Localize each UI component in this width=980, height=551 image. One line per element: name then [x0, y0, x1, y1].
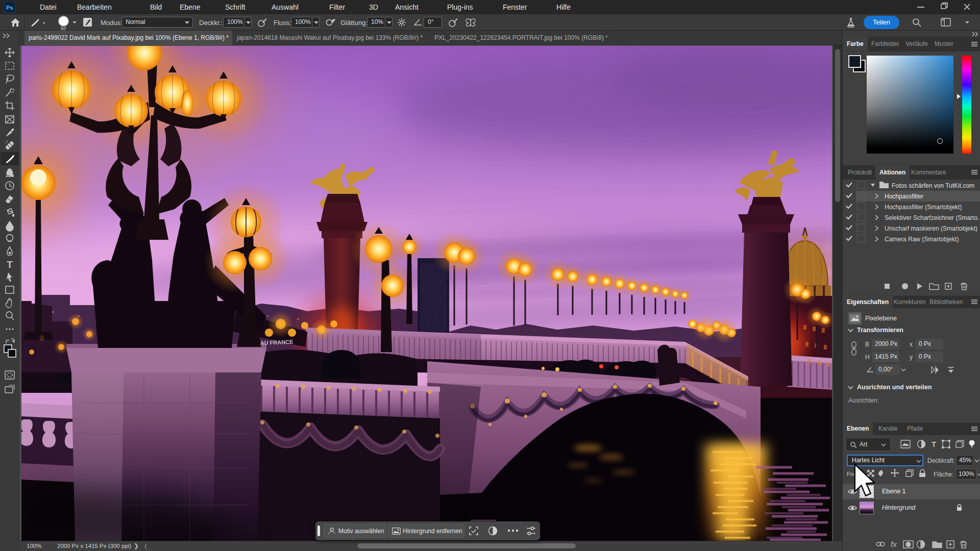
svg-text:AU FRANCE: AU FRANCE	[260, 339, 293, 346]
svg-text:T: T	[7, 259, 13, 270]
svg-text:fx: fx	[891, 540, 897, 548]
svg-text:Ps: Ps	[6, 5, 13, 11]
svg-text:T: T	[932, 440, 936, 448]
